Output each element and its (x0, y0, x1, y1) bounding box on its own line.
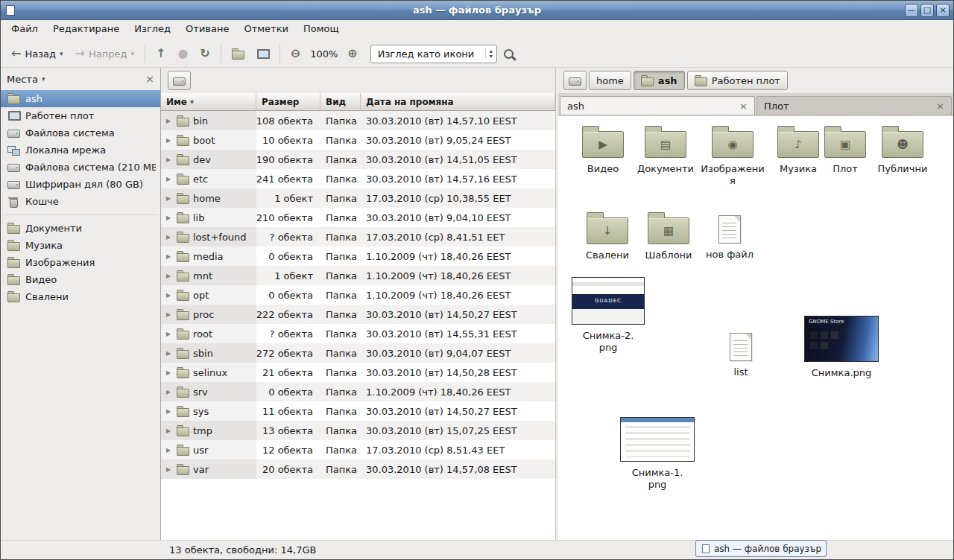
file-icon-item[interactable]: ↓Свалени (576, 210, 639, 261)
sidebar-item[interactable]: Локална мрежа (1, 141, 160, 159)
file-icon-item[interactable]: ▶Видео (572, 124, 634, 175)
file-icon-item[interactable]: ☻Публични (871, 124, 934, 175)
expander-icon[interactable]: ▶ (166, 447, 173, 454)
table-row[interactable]: ▶srv0 обектаПапка1.10.2009 (чт) 18,40,26… (161, 382, 555, 401)
menu-item[interactable]: Помощ (296, 20, 347, 40)
sidebar-title[interactable]: Места (7, 74, 38, 85)
expander-icon[interactable]: ▶ (166, 408, 173, 415)
expander-icon[interactable]: ▶ (166, 273, 173, 279)
tab-close-icon[interactable]: × (739, 101, 748, 112)
table-row[interactable]: ▶lost+found? обектаПапка17.03.2010 (ср) … (161, 227, 555, 246)
table-row[interactable]: ▶mnt1 обектПапка1.10.2009 (чт) 18,40,26 … (161, 266, 555, 285)
file-icon-item[interactable]: GNOME StoreСнимка.png (800, 316, 883, 379)
titlebar[interactable]: ash — файлов браузър — □ × (1, 1, 953, 20)
file-icon-item[interactable]: Снимка-1.png (618, 417, 697, 491)
table-row[interactable]: ▶var20 обектаПапка30.03.2010 (вт) 14,57,… (161, 459, 555, 479)
sidebar-item[interactable]: Документи (1, 220, 160, 237)
forward-button[interactable]: → Напред ▾ (70, 45, 139, 63)
sidebar-item[interactable]: Свалени (1, 288, 160, 305)
back-button[interactable]: ← Назад ▾ (6, 45, 69, 63)
column-header[interactable]: Вид (320, 93, 361, 111)
expander-icon[interactable]: ▶ (166, 331, 173, 337)
minimize-button[interactable]: — (905, 4, 918, 17)
table-row[interactable]: ▶lib210 обектаПапка30.03.2010 (вт) 9,04,… (161, 208, 555, 227)
table-row[interactable]: ▶root? обектаПапка30.03.2010 (вт) 14,55,… (161, 324, 555, 343)
table-row[interactable]: ▶opt0 обектаПапка1.10.2009 (чт) 18,40,26… (161, 285, 555, 305)
sidebar-item[interactable]: Изображения (1, 254, 160, 271)
expander-icon[interactable]: ▶ (166, 156, 173, 163)
menu-item[interactable]: Редактиране (45, 20, 127, 40)
zoom-out-button[interactable]: ⊖ (285, 45, 306, 62)
table-row[interactable]: ▶media0 обектаПапка1.10.2009 (чт) 18,40,… (161, 246, 555, 266)
table-row[interactable]: ▶boot10 обектаПапка30.03.2010 (вт) 9,05,… (161, 130, 555, 150)
table-row[interactable]: ▶selinux21 обектаПапка30.03.2010 (вт) 14… (161, 363, 555, 382)
table-row[interactable]: ▶proc222 обектаПапка30.03.2010 (вт) 14,5… (161, 305, 555, 324)
sidebar-item[interactable]: Файлова система (210 MB) (1, 159, 160, 176)
expander-icon[interactable]: ▶ (166, 214, 173, 221)
sidebar-item[interactable]: Видео (1, 271, 160, 288)
expander-icon[interactable]: ▶ (166, 466, 173, 473)
maximize-button[interactable]: □ (920, 4, 934, 17)
file-icon-item[interactable]: нов файл (698, 210, 761, 261)
pathbar-button[interactable]: home (589, 71, 631, 90)
expander-icon[interactable]: ▶ (166, 350, 173, 357)
pathbar-button[interactable]: Работен плот (687, 71, 788, 90)
sidebar-item[interactable]: Музика (1, 237, 160, 254)
up-button[interactable]: ↑ (151, 45, 171, 62)
file-icon-item[interactable]: list (716, 328, 765, 378)
tab-close-icon[interactable]: × (936, 101, 944, 112)
expander-icon[interactable]: ▶ (166, 137, 173, 144)
expander-icon[interactable]: ▶ (166, 234, 173, 241)
table-row[interactable]: ▶sys11 обектаПапка30.03.2010 (вт) 14,50,… (161, 401, 555, 421)
expander-icon[interactable]: ▶ (166, 118, 173, 124)
file-icon-item[interactable]: ▤Документи (634, 124, 697, 175)
expander-icon[interactable]: ▶ (166, 253, 173, 260)
sidebar-item-label: Шифриран дял (80 GB) (25, 179, 143, 190)
search-button[interactable] (499, 46, 519, 62)
column-header[interactable]: Размер (256, 93, 320, 111)
tab[interactable]: ash× (560, 96, 755, 115)
view-mode-select[interactable]: Изглед като икони ▴ ▾ (370, 45, 497, 63)
expander-icon[interactable]: ▶ (166, 195, 173, 202)
pathbar-button[interactable] (563, 71, 587, 90)
menu-item[interactable]: Отиване (178, 20, 236, 40)
sidebar-item[interactable]: Шифриран дял (80 GB) (1, 176, 160, 193)
home-button[interactable] (227, 45, 250, 63)
table-row[interactable]: ▶dev190 обектаПапка30.03.2010 (вт) 14,51… (161, 150, 555, 169)
table-row[interactable]: ▶etc241 обектаПапка30.03.2010 (вт) 14,57… (161, 169, 555, 188)
expander-icon[interactable]: ▶ (166, 427, 173, 434)
table-row[interactable]: ▶tmp13 обектаПапка30.03.2010 (вт) 15,07,… (161, 421, 555, 440)
computer-button[interactable] (251, 45, 274, 63)
menu-item[interactable]: Отметки (236, 20, 295, 40)
sidebar-close-icon[interactable]: × (145, 73, 154, 85)
pathbar-button[interactable]: ash (634, 71, 685, 90)
table-row[interactable]: ▶bin108 обектаПапка30.03.2010 (вт) 14,57… (161, 111, 555, 130)
table-row[interactable]: ▶home1 обектПапка17.03.2010 (ср) 10,38,5… (161, 188, 555, 208)
file-icon-item[interactable]: ◉Изображения (698, 124, 767, 188)
sidebar-item[interactable]: Файлова система (1, 124, 160, 141)
table-row[interactable]: ▶usr12 обектаПапка17.03.2010 (ср) 8,51,4… (161, 440, 555, 459)
sidebar-item[interactable]: Работен плот (1, 107, 160, 124)
column-header[interactable]: Дата на промяна (361, 93, 555, 111)
expander-icon[interactable]: ▶ (166, 389, 173, 395)
file-icon-item[interactable]: ▦Шаблони (637, 210, 700, 261)
file-icon-item[interactable]: GUADECСнимка-2.png (569, 277, 648, 354)
pathbar-root-button[interactable] (168, 71, 191, 90)
expander-icon[interactable]: ▶ (166, 292, 173, 299)
table-row[interactable]: ▶sbin272 обектаПапка30.03.2010 (вт) 9,04… (161, 343, 555, 363)
reload-button[interactable]: ↻ (195, 45, 215, 62)
zoom-in-button[interactable]: ⊕ (342, 45, 362, 62)
menu-item[interactable]: Изглед (127, 20, 178, 40)
stop-button[interactable]: ● (172, 45, 193, 62)
close-button[interactable]: × (936, 4, 950, 17)
tab[interactable]: Плот× (756, 96, 952, 115)
menu-item[interactable]: Файл (4, 20, 45, 40)
expander-icon[interactable]: ▶ (166, 311, 173, 318)
expander-icon[interactable]: ▶ (166, 369, 173, 376)
column-header[interactable]: Име▾ (161, 93, 256, 111)
sidebar-item[interactable]: ash (1, 90, 160, 107)
file-icon-item[interactable]: ▣Плот (821, 124, 870, 175)
sidebar-item[interactable]: Кошче (1, 193, 160, 210)
taskbar-window-button[interactable]: ash — файлов браузър (695, 540, 827, 557)
expander-icon[interactable]: ▶ (166, 176, 173, 182)
